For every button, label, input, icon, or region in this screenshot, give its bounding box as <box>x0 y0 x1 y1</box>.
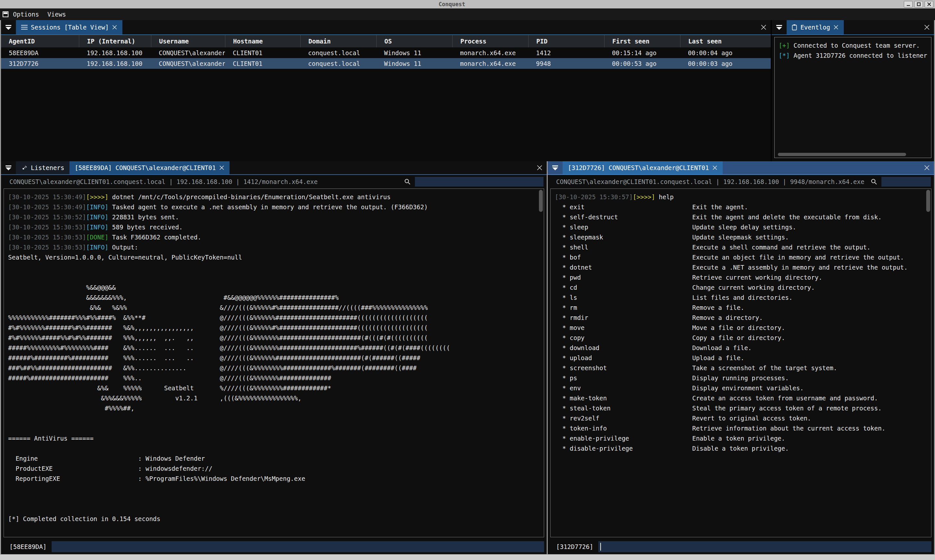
close-icon <box>537 165 542 171</box>
agent-status-line: CONQUEST\alexander@CLIENT01.conquest.loc… <box>556 178 864 185</box>
terminal-line: [30-10-2025 15:30:49][INFO] Tasked agent… <box>8 202 544 212</box>
terminal-line: * enable-privilege Enable a token privil… <box>555 434 931 443</box>
terminal-line: %%%%%%%%%%%#######%%%#%%####% &%%**# @//… <box>8 313 544 323</box>
close-tab-icon[interactable] <box>833 25 839 30</box>
terminal-line: [30-10-2025 15:30:49][>>>>] dotnet /mnt/… <box>8 192 544 202</box>
menu-views[interactable]: Views <box>48 11 66 18</box>
horizontal-scrollbar[interactable] <box>778 153 906 156</box>
terminal-line: * rev2self Revert to original access tok… <box>555 413 931 423</box>
minimize-button[interactable] <box>904 1 913 8</box>
table-cell: 58EE89DA <box>1 49 79 57</box>
agent-status-line: CONQUEST\alexander@CLIENT01.conquest.loc… <box>9 178 317 185</box>
broadcast-icon <box>21 165 28 171</box>
tab-agent-label: [58EE89DA] CONQUEST\alexander@CLIENT01 <box>75 164 216 171</box>
maximize-button[interactable] <box>914 1 923 8</box>
console-panel-close[interactable] <box>920 161 934 174</box>
terminal-line: #####%%%%%%%%%#%%%%%%%%#### &%%...... ..… <box>8 343 544 353</box>
terminal-line: #####%##################### %%%.. @////(… <box>8 373 544 383</box>
tab-sessions[interactable]: Sessions [Table View] <box>16 20 122 34</box>
column-header[interactable]: Domain <box>300 35 376 48</box>
column-header[interactable]: OS <box>376 35 452 48</box>
table-cell: CLIENT01 <box>225 49 300 57</box>
terminal-line: ProductEXE : windowsdefender:// <box>8 464 544 474</box>
search-input[interactable] <box>415 177 544 186</box>
column-header[interactable]: Hostname <box>225 35 300 48</box>
terminal-line: &&&&&&&%%%, #&&@@@@@@%%%%%%#############… <box>8 293 544 303</box>
terminal-output[interactable]: [30-10-2025 15:30:49][>>>>] dotnet /mnt/… <box>3 189 544 537</box>
tab-agent-58EE89DA[interactable]: [58EE89DA] CONQUEST\alexander@CLIENT01 <box>69 161 230 174</box>
column-header[interactable]: Last seen <box>680 35 771 48</box>
column-header[interactable]: IP (Internal) <box>79 35 151 48</box>
terminal-line <box>8 413 544 423</box>
terminal-line: * pwd Retrieve current working directory… <box>555 272 931 283</box>
search-icon[interactable] <box>404 178 411 185</box>
terminal-output[interactable]: [30-10-2025 15:30:57][>>>>] help * exit … <box>550 189 932 537</box>
chevron-down-icon <box>6 25 11 30</box>
eventlog-line: [*] Agent 312D7726 connected to listener <box>778 51 927 61</box>
table-cell: 00:15:14 ago <box>604 49 680 57</box>
close-icon <box>924 24 930 30</box>
terminal-line: [30-10-2025 15:30:52][INFO] 228831 bytes… <box>8 212 544 222</box>
tab-agent-label: [312D7726] CONQUEST\alexander@CLIENT01 <box>568 164 709 171</box>
close-icon <box>927 2 931 6</box>
vertical-scrollbar[interactable] <box>539 190 543 212</box>
menu-options[interactable]: Options <box>13 11 39 18</box>
console-tab-dropdown[interactable] <box>548 161 563 174</box>
table-row[interactable]: 58EE89DA192.168.168.100CONQUEST\alexande… <box>1 48 771 58</box>
terminal-line <box>8 263 544 272</box>
column-header[interactable]: Username <box>151 35 225 48</box>
prompt-label: [58EE89DA] <box>9 543 46 550</box>
table-cell: CONQUEST\alexander <box>151 60 225 67</box>
terminal-line: * rmdir Remove a directory. <box>555 313 931 323</box>
tab-agent-312D7726[interactable]: [312D7726] CONQUEST\alexander@CLIENT01 <box>563 161 723 174</box>
terminal-line: [30-10-2025 15:30:53][INFO] Output: <box>8 242 544 252</box>
column-header[interactable]: Process <box>452 35 528 48</box>
terminal-line: * ps Display running processes. <box>555 373 931 383</box>
terminal-line: * ls List files and directories. <box>555 293 931 303</box>
terminal-line: [30-10-2025 15:30:53][DONE] Task F366D36… <box>8 232 544 242</box>
terminal-line: * make-token Create an access token from… <box>555 393 931 403</box>
terminal-line: [30-10-2025 15:30:57][>>>>] help <box>555 192 931 202</box>
table-cell: 192.168.168.100 <box>79 49 151 57</box>
terminal-line <box>8 504 544 514</box>
close-tab-icon[interactable] <box>112 25 117 30</box>
tab-listeners[interactable]: Listeners <box>16 161 69 174</box>
window-title: Conquest <box>0 1 904 8</box>
search-icon[interactable] <box>870 178 878 185</box>
terminal-line: * exit Exit the agent. <box>555 202 931 212</box>
window-resize-edge <box>0 554 935 560</box>
sessions-panel-close[interactable] <box>756 20 771 34</box>
tab-eventlog[interactable]: Eventlog <box>787 20 844 34</box>
sessions-table-header: AgentIDIP (Internal)UsernameHostnameDoma… <box>1 35 771 48</box>
prompt-label: [312D7726] <box>556 543 593 550</box>
column-header[interactable]: First seen <box>604 35 680 48</box>
terminal-line: * bof Execute an object file in memory a… <box>555 252 931 263</box>
column-header[interactable]: PID <box>528 35 604 48</box>
terminal-line <box>8 272 544 283</box>
terminal-line: * disable-privilege Disable a token priv… <box>555 443 931 454</box>
table-cell: conquest.local <box>300 49 376 57</box>
maximize-icon <box>917 2 921 6</box>
terminal-line: * sleep Update sleep delay settings. <box>555 222 931 232</box>
close-tab-icon[interactable] <box>219 165 224 170</box>
console-tab-dropdown[interactable] <box>1 161 16 174</box>
close-tab-icon[interactable] <box>712 165 718 170</box>
terminal-line: * upload Upload a file. <box>555 353 931 363</box>
table-row[interactable]: 312D7726192.168.168.100CONQUEST\alexande… <box>1 58 771 69</box>
tab-eventlog-label: Eventlog <box>800 24 830 31</box>
close-window-button[interactable] <box>924 1 933 8</box>
table-cell: CLIENT01 <box>225 60 300 67</box>
table-cell: 00:00:03 ago <box>680 60 771 67</box>
command-input[interactable] <box>598 541 932 552</box>
vertical-scrollbar[interactable] <box>926 190 930 212</box>
console-panel-close[interactable] <box>533 161 547 174</box>
column-header[interactable]: AgentID <box>1 35 79 48</box>
eventlog-panel-close[interactable] <box>920 20 934 34</box>
terminal-line: [30-10-2025 15:30:53][INFO] 589 bytes re… <box>8 222 544 232</box>
eventlog-tab-dropdown[interactable] <box>772 20 787 34</box>
terminal-line: &%& %%%%% Seatbelt %////(((&%%%%%%%%####… <box>8 383 544 393</box>
command-input[interactable] <box>52 541 544 552</box>
search-input[interactable] <box>881 177 931 186</box>
sessions-tab-dropdown[interactable] <box>1 20 16 34</box>
eventlog-panel: Eventlog [+] Connected to Conquest team … <box>772 20 934 161</box>
